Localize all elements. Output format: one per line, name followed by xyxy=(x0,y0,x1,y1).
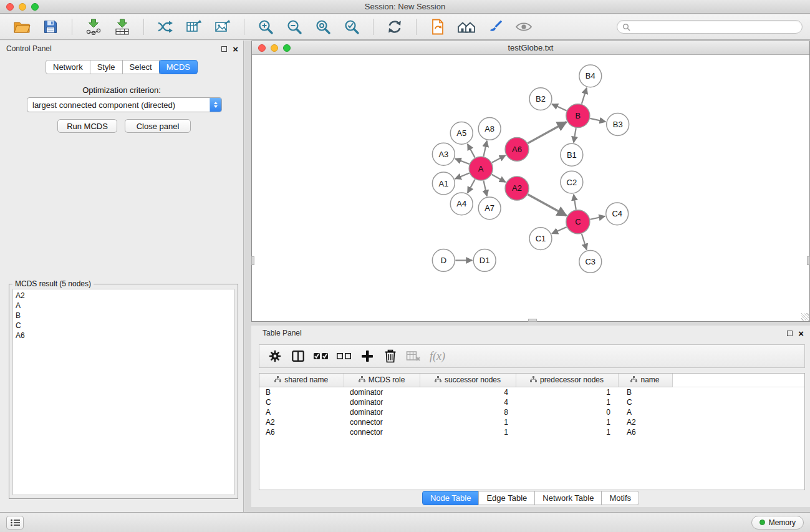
table-row[interactable]: A2connector11A2 xyxy=(259,417,804,427)
edge-B-B1[interactable] xyxy=(574,128,576,142)
scroll-indicator-left[interactable] xyxy=(251,256,254,265)
select-all-columns-button[interactable] xyxy=(309,346,332,366)
add-column-button[interactable] xyxy=(355,346,378,366)
network-window-titlebar[interactable]: testGlobe.txt xyxy=(252,41,809,55)
zoom-window-button[interactable] xyxy=(31,3,39,11)
node-B4[interactable]: B4 xyxy=(579,65,602,87)
network-minimize-button[interactable] xyxy=(271,44,278,52)
zoom-fit-button[interactable] xyxy=(312,17,334,37)
node-A8[interactable]: A8 xyxy=(478,118,501,140)
edge-C-C2[interactable] xyxy=(574,195,576,210)
node-C2[interactable]: C2 xyxy=(561,171,583,193)
delete-columns-button[interactable] xyxy=(378,346,402,366)
float-panel-icon[interactable] xyxy=(221,46,227,52)
table-row[interactable]: Adominator80A xyxy=(259,407,804,417)
optimization-criterion-select[interactable]: largest connected component (directed) xyxy=(27,97,222,112)
close-panel-icon[interactable]: × xyxy=(798,330,804,337)
node-B2[interactable]: B2 xyxy=(529,88,552,110)
import-network-button[interactable] xyxy=(83,17,104,37)
edge-A-A5[interactable] xyxy=(468,144,475,158)
node-A5[interactable]: A5 xyxy=(450,122,473,144)
node-C[interactable]: C xyxy=(566,210,590,234)
network-zoom-button[interactable] xyxy=(283,44,291,52)
resize-grip[interactable] xyxy=(801,313,809,321)
close-panel-icon[interactable]: × xyxy=(233,46,238,52)
column-header-name[interactable]: name xyxy=(618,374,672,387)
function-builder-button[interactable]: f(x) xyxy=(425,350,450,363)
node-A3[interactable]: A3 xyxy=(432,143,455,165)
open-session-button[interactable] xyxy=(11,17,32,37)
export-image-button[interactable] xyxy=(212,17,233,37)
show-panels-button[interactable] xyxy=(6,516,24,530)
edge-A-A7[interactable] xyxy=(483,181,486,196)
tab-mcds[interactable]: MCDS xyxy=(159,60,198,74)
tab-edge-table[interactable]: Edge Table xyxy=(478,491,535,505)
edge-A-A4[interactable] xyxy=(468,180,475,193)
edge-A-A3[interactable] xyxy=(455,158,470,164)
table-row[interactable]: Bdominator41B xyxy=(259,387,804,397)
edge-A6-B[interactable] xyxy=(528,122,567,143)
toggle-visibility-button[interactable] xyxy=(513,17,534,37)
tab-motifs[interactable]: Motifs xyxy=(601,491,639,505)
edge-A-A1[interactable] xyxy=(455,173,470,179)
edge-C-C1[interactable] xyxy=(552,227,567,234)
edge-B-B4[interactable] xyxy=(582,88,587,104)
edge-A2-C[interactable] xyxy=(528,195,567,216)
minimize-window-button[interactable] xyxy=(19,3,26,11)
memory-button[interactable]: Memory xyxy=(751,516,804,530)
refresh-button[interactable] xyxy=(384,17,405,37)
node-C3[interactable]: C3 xyxy=(579,251,602,273)
zoom-selected-button[interactable] xyxy=(341,17,362,37)
edge-B-B3[interactable] xyxy=(590,118,605,122)
search-input[interactable] xyxy=(634,22,797,31)
node-B1[interactable]: B1 xyxy=(561,143,583,166)
edge-C-C3[interactable] xyxy=(582,234,587,250)
result-item[interactable]: A xyxy=(13,301,234,311)
scroll-indicator-bottom[interactable] xyxy=(528,319,537,322)
node-A4[interactable]: A4 xyxy=(450,193,473,215)
column-header-shared-name[interactable]: shared name xyxy=(259,374,344,387)
node-A[interactable]: A xyxy=(469,157,493,180)
edge-A-A8[interactable] xyxy=(483,141,486,157)
node-C1[interactable]: C1 xyxy=(529,228,552,250)
node-B[interactable]: B xyxy=(566,104,590,128)
result-item[interactable]: B xyxy=(13,311,234,321)
tab-network-table[interactable]: Network Table xyxy=(534,491,602,505)
home-button[interactable] xyxy=(456,17,477,37)
close-panel-button[interactable]: Close panel xyxy=(125,119,191,133)
node-A6[interactable]: A6 xyxy=(505,137,529,161)
network-close-button[interactable] xyxy=(258,44,266,52)
export-network-button[interactable] xyxy=(155,17,176,37)
node-A2[interactable]: A2 xyxy=(505,177,529,200)
column-header-successor-nodes[interactable]: successor nodes xyxy=(420,374,516,387)
float-panel-icon[interactable] xyxy=(787,331,793,336)
search-box[interactable] xyxy=(617,20,803,34)
table-row[interactable]: A6connector11A6 xyxy=(259,427,804,437)
result-item[interactable]: A6 xyxy=(13,331,234,341)
node-C4[interactable]: C4 xyxy=(606,203,629,225)
mcds-result-list[interactable]: A2ABCA6 xyxy=(12,289,234,495)
tab-network[interactable]: Network xyxy=(46,60,90,74)
tab-node-table[interactable]: Node Table xyxy=(422,491,480,505)
edge-C-C4[interactable] xyxy=(590,216,605,220)
network-canvas[interactable]: B4B2BB3A5A8A6B1A3AC2A1A2A4A7C4CC1C3DD1 xyxy=(253,56,809,321)
save-session-button[interactable] xyxy=(40,17,61,37)
scroll-indicator-right[interactable] xyxy=(807,256,810,265)
column-header-predecessor-nodes[interactable]: predecessor nodes xyxy=(516,374,618,387)
result-item[interactable]: C xyxy=(13,321,234,331)
node-D[interactable]: D xyxy=(432,249,455,272)
open-network-file-button[interactable] xyxy=(427,17,448,37)
network-graph[interactable]: B4B2BB3A5A8A6B1A3AC2A1A2A4A7C4CC1C3DD1 xyxy=(253,56,809,321)
column-settings-button[interactable] xyxy=(263,346,286,366)
edge-A-A2[interactable] xyxy=(492,175,506,182)
edge-A-A6[interactable] xyxy=(492,155,506,163)
style-button[interactable] xyxy=(485,17,506,37)
edge-B-B2[interactable] xyxy=(552,104,567,111)
window-titlebar[interactable]: Session: New Session xyxy=(0,0,810,14)
table-row[interactable]: Cdominator41C xyxy=(259,397,804,407)
delete-table-button[interactable] xyxy=(402,346,425,366)
tab-select[interactable]: Select xyxy=(122,60,160,74)
tab-style[interactable]: Style xyxy=(90,60,123,74)
unselect-all-columns-button[interactable] xyxy=(332,346,355,366)
node-A1[interactable]: A1 xyxy=(432,172,455,195)
